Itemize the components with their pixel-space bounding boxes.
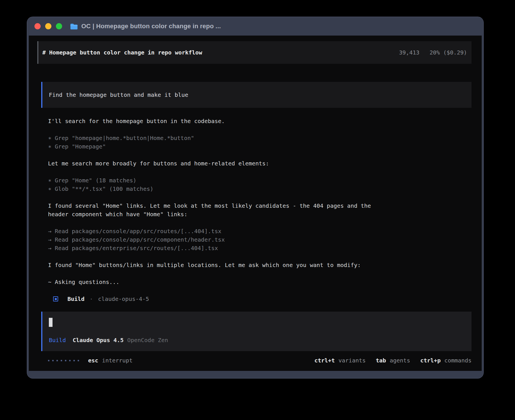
assistant-text-line: I found several "Home" links. Let me loo…	[48, 202, 472, 210]
agent-status-row: Build · claude-opus-4-5	[53, 295, 472, 303]
session-stats: 39,413 20% ($0.29)	[399, 48, 467, 57]
tool-call-line: → Read packages/enterprise/src/routes/[.…	[48, 244, 472, 252]
prompt-input[interactable]: Build Claude Opus 4.5 OpenCode Zen	[41, 312, 472, 351]
spinner-dots	[48, 360, 79, 361]
spinner-dot	[56, 360, 58, 361]
input-mode-label[interactable]: Build	[49, 336, 66, 344]
user-message-text: Find the homepage button and make it blu…	[49, 91, 188, 99]
assistant-text-line: header component which have "Home" links…	[48, 210, 472, 218]
assistant-text-line: ~ Asking questions...	[48, 278, 472, 286]
session-title: # Homepage button color change in repo w…	[42, 48, 202, 57]
hint-key: ctrl+t	[314, 356, 335, 365]
keyboard-hint: ctrl+pcommands	[420, 356, 472, 365]
interrupt-label: interrupt	[102, 356, 132, 365]
tool-call-line: ∗ Grep "Homepage"	[48, 142, 472, 151]
spinner-dot	[52, 360, 54, 361]
zoom-button[interactable]	[56, 23, 62, 29]
assistant-text-line: Let me search more broadly for buttons a…	[48, 159, 472, 168]
assistant-text-line: I'll search for the homepage button in t…	[48, 117, 472, 125]
interrupt-key: esc	[88, 356, 98, 365]
hint-label: agents	[390, 356, 410, 365]
hint-label: commands	[444, 356, 472, 365]
tool-call-line: ∗ Glob "**/*.tsx" (100 matches)	[48, 185, 472, 193]
tool-call-line: → Read packages/console/app/src/componen…	[48, 235, 472, 244]
blank-line	[48, 269, 472, 278]
blank-line	[48, 125, 472, 134]
assistant-text-line: I found "Home" buttons/links in multiple…	[48, 261, 472, 269]
context-cost: 20% ($0.29)	[430, 48, 467, 57]
status-left: esc interrupt	[48, 356, 133, 365]
agent-separator: ·	[90, 295, 93, 303]
terminal-window: OC | Homepage button color change in rep…	[27, 17, 483, 378]
agent-model-id: claude-opus-4-5	[98, 295, 149, 303]
spinner-dot	[48, 360, 49, 361]
window-title: OC | Homepage button color change in rep…	[81, 23, 221, 30]
window-bottom-frame	[27, 371, 483, 378]
token-count: 39,413	[399, 48, 419, 57]
blank-line	[48, 252, 472, 261]
hint-key: ctrl+p	[420, 356, 440, 365]
close-button[interactable]	[34, 23, 41, 29]
hint-key: tab	[376, 356, 386, 365]
spinner-dot	[73, 360, 75, 361]
keyboard-hint: tabagents	[376, 356, 410, 365]
spinner-dot	[78, 360, 79, 361]
spinner-dot	[65, 360, 66, 361]
blank-line	[48, 193, 472, 202]
agent-mode-icon	[53, 296, 58, 301]
agent-name: Build	[67, 295, 84, 303]
status-bar: esc interrupt ctrl+tvariantstabagentsctr…	[48, 356, 472, 365]
text-cursor	[49, 318, 53, 327]
blank-line	[48, 218, 472, 227]
tool-call-line: → Read packages/console/app/src/routes/[…	[48, 227, 472, 235]
assistant-output: I'll search for the homepage button in t…	[48, 117, 472, 286]
traffic-lights	[34, 23, 62, 29]
blank-line	[48, 151, 472, 159]
session-header: # Homepage button color change in repo w…	[37, 41, 472, 64]
keyboard-hints: ctrl+tvariantstabagentsctrl+pcommands	[314, 356, 472, 365]
input-model-label: Claude Opus 4.5	[73, 336, 124, 344]
hint-label: variants	[339, 356, 366, 365]
terminal-content: # Homepage button color change in repo w…	[29, 36, 482, 371]
spinner-dot	[69, 360, 71, 361]
spinner-dot	[61, 360, 62, 361]
input-provider-label: OpenCode Zen	[127, 336, 168, 344]
keyboard-hint: ctrl+tvariants	[314, 356, 366, 365]
minimize-button[interactable]	[45, 23, 51, 29]
user-message: Find the homepage button and make it blu…	[41, 82, 472, 108]
input-meta: Build Claude Opus 4.5 OpenCode Zen	[49, 336, 464, 344]
folder-icon	[70, 23, 78, 30]
blank-line	[48, 168, 472, 176]
window-titlebar[interactable]: OC | Homepage button color change in rep…	[27, 17, 483, 36]
tool-call-line: ∗ Grep "Home" (18 matches)	[48, 176, 472, 185]
tool-call-line: ∗ Grep "homepage|home.*button|Home.*butt…	[48, 134, 472, 142]
